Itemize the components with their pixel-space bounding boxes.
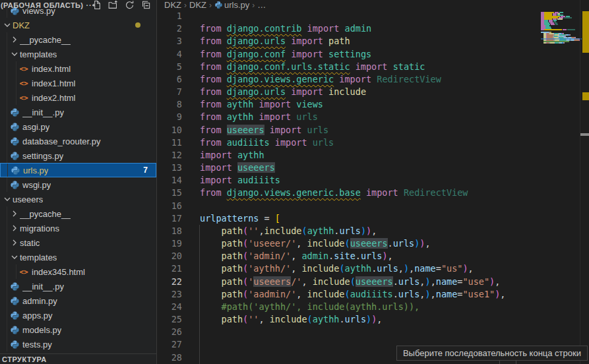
refresh-icon[interactable] [125,0,135,10]
code-line-12[interactable]: 12import aythh [157,149,541,162]
explorer-actions [92,0,151,10]
code-line-14[interactable]: 14import audiiits [157,174,541,187]
collapse-folders-icon[interactable] [141,0,151,10]
chevron-down-icon[interactable] [2,194,13,204]
code-token: import [339,74,371,84]
tree-item-apps-py[interactable]: apps.py [0,308,156,322]
code-line-18[interactable]: 18 path('',include(aythh.urls)), [157,225,541,237]
code-line-23[interactable]: 23 path('aadmin/', include(audiiits.urls… [157,288,541,301]
code-token [301,125,307,135]
code-line-22[interactable]: 22 path('useeers/', include(useeers.urls… [157,276,541,288]
chevron-down-icon[interactable] [2,20,13,30]
code-line-15[interactable]: 15from django.views.generic.base import … [157,187,541,199]
code-line-3[interactable]: 3from django.urls import path [157,35,541,47]
chevron-down-icon[interactable] [9,49,20,59]
tree-item-dkz[interactable]: DKZ [0,18,156,32]
code-token: from [200,23,227,34]
code-line-6[interactable]: 6from django.views.generic import Redire… [157,73,541,86]
code-line-20[interactable]: 20 path('admin/', admin.site.urls), [157,250,541,262]
tree-item-wsgi-py[interactable]: wsgi.py [0,177,156,192]
code-token: aythh [237,150,264,160]
tree-item-admin-py[interactable]: admin.py [0,293,156,308]
tree-item--pycache-[interactable]: __pycache__ [0,32,156,47]
warning-marker [582,92,589,100]
code-area[interactable]: 12from django.contrib import admin3from … [157,10,541,364]
code-token: path [222,314,243,324]
code-line-8[interactable]: 8from aythh import views [157,98,541,111]
code-token: from [200,125,227,135]
tree-item--pycache-[interactable]: __pycache__ [0,206,156,221]
tree-item-tests-py[interactable]: tests.py [0,337,156,351]
code-token: site [334,251,356,261]
tree-item-label: models.py [22,325,61,335]
line-number: 8 [157,98,182,111]
code-line-21[interactable]: 21 path('aythh/', include(aythh.urls,),n… [157,262,541,275]
code-token [200,226,222,236]
overview-ruler[interactable] [580,0,589,364]
code-token [301,23,307,34]
tree-item-index2-html[interactable]: <>index2.html [0,90,156,105]
minimap[interactable] [541,11,582,47]
code-token [200,276,222,287]
new-file-icon[interactable] [92,0,102,10]
code-line-5[interactable]: 5from django.conf.urls.static import sta… [157,61,541,73]
code-line-13[interactable]: 13import useeers [157,162,541,174]
code-token: import [270,125,302,135]
chevron-right-icon[interactable] [9,208,20,219]
code-line-17[interactable]: 17urlpatterns = [ [157,212,541,225]
chevron-down-icon[interactable] [9,252,20,262]
code-line-10[interactable]: 10from useeers import urls [157,124,541,136]
code-token: [ [275,213,280,224]
tree-item-templates[interactable]: templates [0,47,156,61]
tree-item-migrations[interactable]: migrations [0,221,156,235]
chevron-right-icon[interactable] [9,223,20,233]
code-token: include [307,238,345,249]
code-token: ) [404,263,409,274]
chevron-right-icon[interactable] [9,237,20,248]
breadcrumb-item[interactable]: urls.py [214,0,249,10]
line-number: 12 [157,149,182,162]
minimap-line [541,46,582,47]
tree-item--init-py[interactable]: __init__.py [0,105,156,119]
tree-item-templates[interactable]: templates [0,250,156,264]
code-token [200,301,222,312]
outline-section-header[interactable]: СТРУКТУРА [0,353,156,364]
tree-item-database-roouter-py[interactable]: database_roouter.py [0,134,156,148]
tree-item-settings-py[interactable]: settings.py [0,148,156,163]
chevron-right-icon[interactable] [9,34,20,45]
tree-item-urls-py[interactable]: urls.py7 [0,163,156,177]
code-line-19[interactable]: 19 path('useeer/', include(useeers.urls)… [157,237,541,250]
tree-item-static[interactable]: static [0,235,156,250]
code-line-9[interactable]: 9from aythh import urls [157,111,541,123]
tree-item-asgi-py[interactable]: asgi.py [0,119,156,134]
tree-item-index-html[interactable]: <>index.html [0,61,156,76]
code-token: = [436,263,441,274]
code-line-11[interactable]: 11from audiiits import urls [157,136,541,149]
code-token [286,36,291,46]
python-file-icon [9,179,20,190]
code-line-16[interactable]: 16 [157,200,541,212]
tree-item-useeers[interactable]: useeers [0,192,156,206]
tree-item-label: __init__.py [22,107,64,117]
code-line-24[interactable]: 24 #path('aythh/', include(aythh.urls)), [157,301,541,313]
code-line-4[interactable]: 4from django.conf import settings [157,48,541,61]
code-token: ( [243,289,248,299]
code-line-1[interactable]: 1 [157,10,541,22]
code-line-2[interactable]: 2from django.contrib import admin [157,22,541,35]
breadcrumb-item[interactable]: … [257,0,266,10]
tree-item--init-py[interactable]: __init__.py [0,279,156,293]
code-line-25[interactable]: 25 path('', include(aythh.urls)), [157,313,541,326]
tree-item-index345-html[interactable]: <>index345.html [0,264,156,279]
tree-item-index1-html[interactable]: <>index1.html [0,76,156,90]
code-token: path [222,289,243,299]
tree-item-models-py[interactable]: models.py [0,322,156,337]
breadcrumb-item[interactable]: DKZ [164,0,181,10]
new-folder-icon[interactable] [108,0,118,10]
code-line-26[interactable]: 26 [157,326,541,338]
code-token: urls [296,111,318,122]
code-token: from [200,137,227,148]
code-token: useeers [237,162,275,173]
breadcrumb-item[interactable]: DKZ [189,0,206,10]
code-token [323,86,328,97]
code-line-7[interactable]: 7from django.urls import include [157,86,541,98]
